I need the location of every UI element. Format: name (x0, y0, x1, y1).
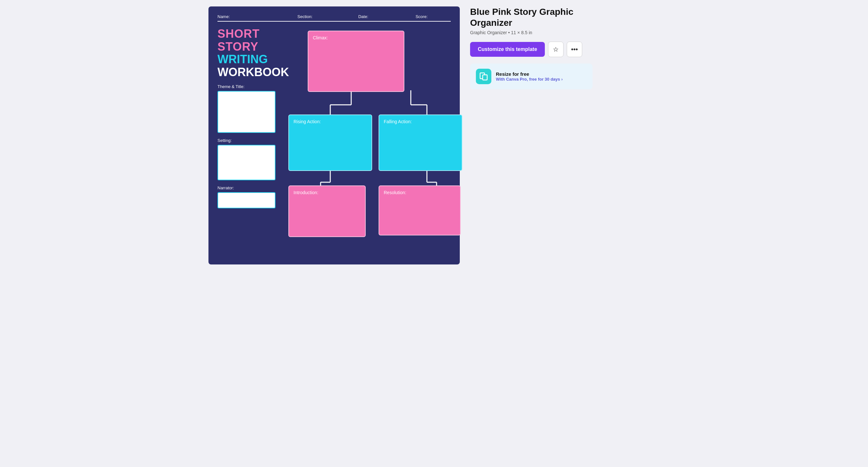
title-block: SHORT STORY WRITING WORKBOOK (217, 27, 282, 78)
template-body: SHORT STORY WRITING WORKBOOK Theme & Tit… (217, 27, 451, 247)
falling-action-box: Falling Action: (379, 115, 462, 171)
resize-cta[interactable]: › (561, 77, 563, 82)
resize-text: Resize for free With Canva Pro, free for… (496, 71, 563, 82)
resize-svg (479, 72, 488, 81)
title-line3: WORKBOOK (217, 66, 282, 79)
svg-rect-13 (483, 75, 487, 80)
resolution-box: Resolution: (379, 185, 461, 235)
favorite-button[interactable]: ☆ (548, 41, 563, 57)
more-icon: ••• (571, 46, 578, 53)
rising-action-box: Rising Action: (288, 115, 372, 171)
resolution-label: Resolution: (384, 190, 406, 195)
header-row: Name: Section: Date: Score: (217, 14, 451, 22)
panel-subtitle: Graphic Organizer • 11 × 8.5 in (470, 30, 592, 35)
organizer-diagram: Climax: Rising Action: Falling Action: I… (288, 27, 451, 247)
template-preview: Name: Section: Date: Score: SHORT STORY … (209, 6, 460, 264)
title-line2: WRITING (217, 53, 282, 66)
diagram-area: Climax: Rising Action: Falling Action: I… (288, 27, 451, 247)
introduction-label: Introduction: (293, 190, 318, 195)
actions-row: Customize this template ☆ ••• (470, 41, 592, 57)
resize-title: Resize for free (496, 71, 563, 77)
left-column: SHORT STORY WRITING WORKBOOK Theme & Tit… (217, 27, 282, 247)
header-name: Name: (217, 14, 276, 19)
setting-box (217, 145, 276, 180)
narrator-label: Narrator: (217, 185, 282, 190)
more-options-button[interactable]: ••• (567, 41, 582, 57)
page-container: Name: Section: Date: Score: SHORT STORY … (209, 6, 659, 264)
climax-label: Climax: (313, 35, 328, 40)
header-section: Section: (276, 14, 334, 19)
resize-subtitle: With Canva Pro, free for 30 days › (496, 77, 563, 82)
header-date: Date: (334, 14, 393, 19)
header-score: Score: (393, 14, 451, 19)
falling-action-label: Falling Action: (384, 119, 412, 124)
rising-action-label: Rising Action: (293, 119, 321, 124)
resize-subtitle-text: With Canva Pro, free for 30 days (496, 77, 561, 82)
setting-label: Setting: (217, 138, 282, 143)
introduction-box: Introduction: (288, 185, 366, 237)
theme-label: Theme & Title: (217, 84, 282, 89)
theme-box (217, 91, 276, 133)
resize-card: Resize for free With Canva Pro, free for… (470, 63, 592, 89)
title-line1: SHORT STORY (217, 27, 282, 53)
customize-button[interactable]: Customize this template (470, 42, 545, 57)
right-panel: Blue Pink Story GraphicOrganizer Graphic… (470, 6, 592, 89)
climax-box: Climax: (308, 31, 404, 92)
panel-title: Blue Pink Story GraphicOrganizer (470, 6, 592, 28)
resize-icon (476, 69, 491, 84)
narrator-box (217, 192, 276, 208)
star-icon: ☆ (553, 46, 559, 53)
